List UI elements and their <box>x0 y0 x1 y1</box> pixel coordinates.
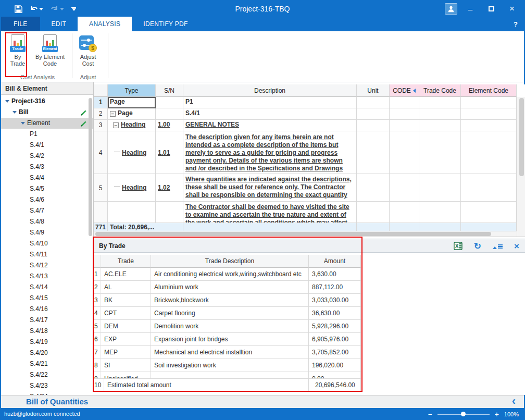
refresh-icon[interactable]: ↻ <box>474 242 481 251</box>
tree-leaf-page[interactable]: S.4/9 <box>1 227 93 238</box>
cell-total-amount[interactable]: 20,696,546.00 <box>309 379 361 392</box>
row-number[interactable] <box>94 202 108 223</box>
by-element-code-button[interactable]: Element By ElementCode <box>31 34 69 67</box>
tree-item-project[interactable]: Project-316 <box>1 96 93 107</box>
cell-description[interactable]: GENERAL NOTES <box>183 120 357 131</box>
tree-leaf-page[interactable]: S.4/12 <box>1 260 93 271</box>
cell-trade-code[interactable] <box>419 108 461 120</box>
cell-trade-code[interactable] <box>419 174 461 202</box>
tree-leaf-page[interactable]: S.4/3 <box>1 162 93 172</box>
cell-amount[interactable]: 3,630.00 <box>309 268 361 281</box>
cell-sn[interactable]: 1.00 <box>156 120 183 131</box>
cell-trade-description[interactable]: Soil investigation work <box>151 359 309 372</box>
maximize-button[interactable] <box>483 3 499 15</box>
close-button[interactable]: × <box>504 3 520 15</box>
tree-item-element[interactable]: Element <box>1 118 93 129</box>
cell-sn[interactable] <box>156 202 183 223</box>
zoom-out-button[interactable]: − <box>428 410 432 418</box>
tree-item-bill[interactable]: Bill <box>1 107 93 118</box>
tree-leaf-page[interactable]: S.4/16 <box>1 304 93 315</box>
column-header-trade-code[interactable]: Trade Code <box>419 84 461 97</box>
cell-amount[interactable]: 6,905,976.00 <box>309 333 361 346</box>
zoom-in-button[interactable]: + <box>495 410 499 418</box>
tree-leaf-page[interactable]: S.4/23 <box>1 380 93 391</box>
cell-trade[interactable]: DEM <box>101 320 151 333</box>
column-header-trade-description[interactable]: Trade Description <box>151 255 309 268</box>
tree-leaf-page[interactable]: S.4/6 <box>1 194 93 205</box>
tree-leaf-page[interactable]: S.4/18 <box>1 326 93 337</box>
scrollbar-thumb[interactable] <box>95 232 491 236</box>
cell-trade-description[interactable]: Air conditioning electrical work,wiring,… <box>151 268 309 281</box>
cell-amount[interactable]: 196,020.00 <box>309 359 361 372</box>
user-account-icon[interactable] <box>445 3 457 15</box>
cell-trade-description[interactable]: Brickwok,blockwork <box>151 294 309 307</box>
cell-element-code[interactable] <box>461 97 517 108</box>
panel-close-icon[interactable]: × <box>514 242 519 251</box>
cell-type[interactable] <box>108 202 156 223</box>
tree-leaf-page[interactable]: S.4/17 <box>1 315 93 326</box>
row-number[interactable]: 1 <box>94 97 108 108</box>
row-number[interactable]: 3 <box>94 120 108 131</box>
cell-element-code[interactable] <box>461 120 517 131</box>
tree-leaf-page[interactable]: S.4/8 <box>1 216 93 227</box>
cell-unit[interactable] <box>357 131 390 174</box>
column-header-type[interactable]: Type <box>108 84 156 97</box>
cell-trade-description[interactable]: Carpet flooring <box>151 307 309 320</box>
help-button[interactable]: ? <box>514 17 518 31</box>
corner-header-cell[interactable] <box>94 255 101 268</box>
cell-amount[interactable]: 3,033,030.00 <box>309 294 361 307</box>
tab-analysis[interactable]: ANALYSIS <box>78 17 132 31</box>
column-header-trade[interactable]: Trade <box>101 255 151 268</box>
tree-leaf-page[interactable]: S.4/15 <box>1 293 93 304</box>
cell-trade-code[interactable] <box>419 97 461 108</box>
column-header-sn[interactable]: S/N <box>156 84 183 97</box>
expand-triangle-icon[interactable] <box>5 100 9 103</box>
column-header-description[interactable]: Description <box>183 84 357 97</box>
column-header-amount[interactable]: Amount <box>309 255 361 268</box>
column-header-unit[interactable]: Unit <box>357 84 390 97</box>
cell-trade[interactable]: AC.ELE <box>101 268 151 281</box>
tab-file[interactable]: FILE <box>1 17 40 31</box>
cell-amount[interactable]: 3,705,852.00 <box>309 346 361 359</box>
cell-type-selected[interactable]: Page <box>108 97 156 108</box>
cell-amount[interactable]: 0.00 <box>309 372 361 378</box>
cell-type[interactable]: −Heading <box>108 120 156 131</box>
cell-element-code[interactable] <box>461 131 517 174</box>
cell-amount[interactable]: 5,928,296.00 <box>309 320 361 333</box>
cell-trade-description[interactable] <box>151 372 309 378</box>
grid-vertical-scrollbar[interactable] <box>517 97 525 237</box>
tree-leaf-page[interactable]: S.4/20 <box>1 348 93 359</box>
tab-edit[interactable]: EDIT <box>40 17 78 31</box>
cell-trade[interactable]: Unclassified <box>101 372 151 378</box>
tree-leaf-page[interactable]: S.4/22 <box>1 369 93 380</box>
cell-description[interactable]: The description given for any items here… <box>183 131 357 174</box>
cell-trade-code[interactable] <box>419 202 461 223</box>
expand-triangle-icon[interactable] <box>12 111 17 114</box>
tree-leaf-page[interactable]: P1 <box>1 129 93 140</box>
customize-toolbar-button[interactable] <box>71 7 76 11</box>
tree-leaf-page[interactable]: S.4/10 <box>1 238 93 249</box>
cell-amount[interactable]: 887,112.00 <box>309 281 361 294</box>
cell-sn[interactable]: 1.01 <box>156 131 183 174</box>
export-excel-icon[interactable]: X <box>454 242 463 251</box>
cell-total-label[interactable]: Estimated total amount <box>104 379 309 392</box>
save-icon[interactable] <box>15 5 22 13</box>
cell-element-code[interactable] <box>461 108 517 120</box>
cell-trade[interactable]: EXP <box>101 333 151 346</box>
column-header-code[interactable]: CODE <box>390 84 419 97</box>
bill-of-quantities-label[interactable]: Bill of Quantities <box>26 396 88 409</box>
row-number[interactable]: 2 <box>94 108 108 120</box>
row-number[interactable]: 4 <box>94 131 108 174</box>
cell-trade[interactable]: CPT <box>101 307 151 320</box>
tree-leaf-page[interactable]: S.4/1 <box>1 140 93 151</box>
cell-element-code[interactable] <box>461 174 517 202</box>
minimize-button[interactable]: – <box>463 3 478 15</box>
column-header-element-code[interactable]: Element Code <box>461 84 517 97</box>
cell-type[interactable]: −Page <box>108 108 156 120</box>
collapse-icon[interactable]: − <box>110 111 116 117</box>
zoom-slider-handle[interactable] <box>461 412 466 416</box>
tab-identify-pdf[interactable]: IDENTIFY PDF <box>132 17 199 31</box>
adjust-cost-button[interactable]: $ AdjustCost <box>69 34 107 67</box>
cell-sn[interactable]: 1.02 <box>156 174 183 202</box>
scrollbar-thumb[interactable] <box>519 98 524 176</box>
